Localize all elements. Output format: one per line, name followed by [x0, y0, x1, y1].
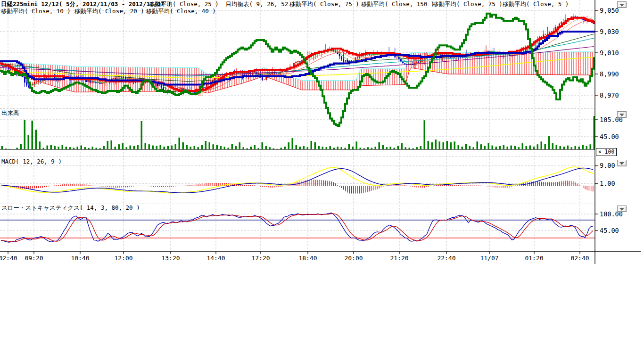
time-axis-label: 22:40: [437, 255, 455, 262]
time-axis-label: 11/07: [480, 255, 498, 262]
volume-bars: [1, 116, 595, 149]
candlestick-series: [0, 14, 594, 97]
chevron-down-icon: [619, 208, 624, 211]
chart-canvas: 02:4009:2010:4012:0013:2014:4017:2018:40…: [0, 0, 644, 362]
time-axis-label: 14:40: [206, 255, 225, 262]
time-axis-label: 17:20: [251, 255, 270, 262]
chevron-down-icon: [619, 4, 624, 7]
macd-panel-dropdown-button[interactable]: [617, 160, 627, 166]
legend-ma-25: 移動平均( Close, 25 ): [149, 1, 219, 8]
value-axis-label: 1.00: [600, 180, 615, 187]
time-axis-label: 10:40: [71, 255, 89, 262]
value-axis-label: 9,010: [600, 49, 619, 57]
chart-title: 日経225mini 12/12( 5分, 2012/11/03 - 2012/1…: [1, 1, 171, 8]
trading-chart-window: { "header": { "title": "日経225mini 12/12(…: [0, 0, 644, 362]
legend-ichimoku: 一目均衡表( 9, 26, 52 ): [220, 1, 295, 8]
legend-ma-10: 移動平均( Close, 10 ): [1, 8, 71, 15]
time-axis-label: 01:20: [525, 255, 543, 262]
time-axis-label: 21:20: [390, 255, 408, 262]
value-axis-label: 45.00: [600, 227, 619, 234]
value-axis-label: 9,030: [600, 28, 619, 35]
volume-multiplier-badge: × 100: [596, 148, 617, 156]
time-axis-label: 02:40: [0, 255, 17, 262]
legend-ma-5: 移動平均( Close, 5 ): [503, 1, 569, 8]
time-axis-label: 09:20: [25, 255, 43, 262]
volume-panel-dropdown-button[interactable]: [617, 111, 627, 118]
value-axis-label: 9,050: [600, 7, 619, 14]
value-axis-label: 8,970: [600, 91, 619, 99]
time-axis-label: 12:00: [114, 255, 132, 262]
time-axis-label: 20:00: [344, 255, 363, 262]
macd-line: [1, 167, 593, 193]
chevron-down-icon: [619, 114, 624, 116]
time-axis-label: 02:40: [570, 255, 589, 262]
stoch-panel-dropdown-button[interactable]: [617, 206, 627, 212]
value-axis-label: 8,990: [600, 70, 619, 78]
stochastics-panel-label: スロー・ストキャスティクス( 14, 3, 80, 20 ): [1, 204, 140, 212]
volume-panel-label: 出来高: [1, 109, 19, 117]
macd-panel-label: MACD( 12, 26, 9 ): [1, 158, 62, 165]
value-axis-label: 9.00: [600, 162, 615, 169]
price-panel-dropdown-button[interactable]: [617, 1, 627, 8]
legend-ma-75: 移動平均( Close, 75 ): [289, 1, 359, 8]
legend-ma-20: 移動平均( Close, 20 ): [74, 8, 144, 15]
legend-ma-75b: 移動平均( Close, 75 ): [433, 1, 503, 8]
ma-thick-green-line: [0, 14, 595, 126]
chevron-down-icon: [619, 162, 624, 165]
macd-histogram: [5, 180, 593, 194]
legend-ma-150: 移動平均( Close, 150 ): [361, 1, 434, 8]
time-axis-label: 13:20: [161, 255, 180, 262]
time-axis-label: 18:40: [298, 255, 317, 262]
stochastics-d-line: [1, 214, 593, 242]
ma-thick-blue-line: [0, 32, 595, 85]
value-axis-label: 45.00: [600, 133, 619, 140]
legend-ma-40: 移動平均( Close, 40 ): [146, 8, 216, 15]
macd-signal-line: [1, 168, 593, 193]
